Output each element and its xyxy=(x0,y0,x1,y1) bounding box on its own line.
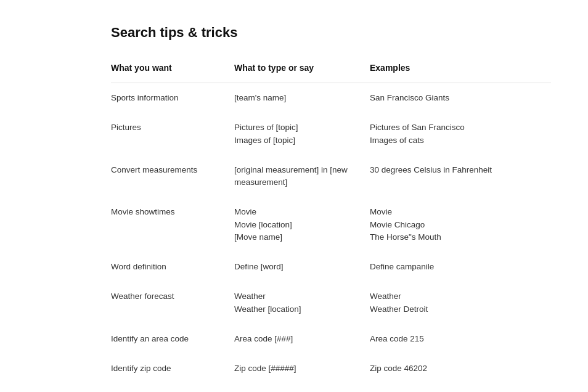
examples-cell: Area code 215 xyxy=(370,324,551,354)
table-row: Movie showtimesMovie Movie [location] [M… xyxy=(111,197,551,252)
want-cell: Identify zip code xyxy=(111,354,234,383)
col-header-type: What to type or say xyxy=(234,63,370,83)
type-cell: Zip code [#####] xyxy=(234,354,370,383)
want-cell: Movie showtimes xyxy=(111,197,234,252)
examples-cell: Define campanile xyxy=(370,252,551,282)
table-row: Identify an area codeArea code [###]Area… xyxy=(111,324,551,354)
want-cell: Weather forecast xyxy=(111,282,234,324)
table-row: Sports information[team's name]San Franc… xyxy=(111,83,551,113)
want-cell: Word definition xyxy=(111,252,234,282)
examples-cell: 30 degrees Celsius in Fahrenheit xyxy=(370,155,551,198)
type-cell: Pictures of [topic] Images of [topic] xyxy=(234,113,370,155)
examples-cell: Pictures of San Francisco Images of cats xyxy=(370,113,551,155)
want-cell: Sports information xyxy=(111,83,234,113)
table-row: Weather forecastWeather Weather [locatio… xyxy=(111,282,551,324)
type-cell: Movie Movie [location] [Move name] xyxy=(234,197,370,252)
page-container: Search tips & tricks What you want What … xyxy=(0,0,588,392)
type-cell: Define [word] xyxy=(234,252,370,282)
want-cell: Identify an area code xyxy=(111,324,234,354)
examples-cell: Weather Weather Detroit xyxy=(370,282,551,324)
type-cell: [original measurement] in [new measureme… xyxy=(234,155,370,198)
want-cell: Pictures xyxy=(111,113,234,155)
col-header-want: What you want xyxy=(111,63,234,83)
col-header-examples: Examples xyxy=(370,63,551,83)
table-row: PicturesPictures of [topic] Images of [t… xyxy=(111,113,551,155)
want-cell: Convert measurements xyxy=(111,155,234,198)
examples-cell: Movie Movie Chicago The Horse"s Mouth xyxy=(370,197,551,252)
page-title: Search tips & tricks xyxy=(111,25,551,41)
examples-cell: San Francisco Giants xyxy=(370,83,551,113)
type-cell: Weather Weather [location] xyxy=(234,282,370,324)
table-row: Identify zip codeZip code [#####]Zip cod… xyxy=(111,354,551,383)
type-cell: [team's name] xyxy=(234,83,370,113)
examples-cell: Zip code 46202 xyxy=(370,354,551,383)
table-row: Convert measurements[original measuremen… xyxy=(111,155,551,198)
tips-table: What you want What to type or say Exampl… xyxy=(111,63,551,383)
table-row: Word definitionDefine [word]Define campa… xyxy=(111,252,551,282)
type-cell: Area code [###] xyxy=(234,324,370,354)
